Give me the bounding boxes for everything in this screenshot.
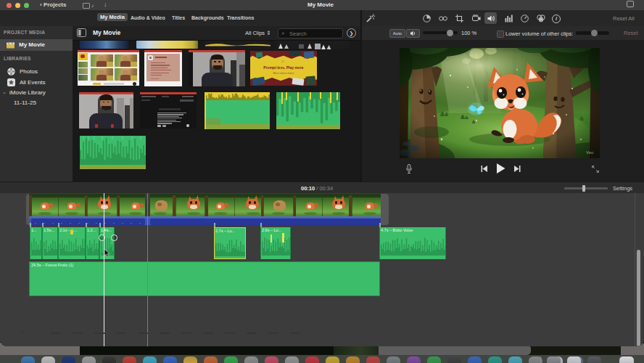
svg-text:Veo: Veo	[586, 150, 594, 155]
